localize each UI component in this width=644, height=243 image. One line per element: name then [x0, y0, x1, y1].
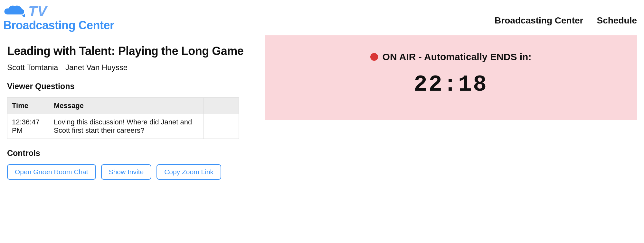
cloud-icon: [3, 4, 27, 18]
col-header-message: Message: [49, 98, 204, 114]
question-time: 12:36:47 PM: [7, 114, 49, 139]
question-message: Loving this discussion! Where did Janet …: [49, 114, 204, 139]
nav-schedule[interactable]: Schedule: [597, 15, 637, 26]
presenter-list: Scott Tomtania Janet Van Huysse: [7, 63, 245, 72]
question-action[interactable]: [204, 114, 239, 139]
table-row: 12:36:47 PM Loving this discussion! Wher…: [7, 114, 239, 139]
questions-table: Time Message 12:36:47 PM Loving this dis…: [7, 97, 239, 139]
session-title: Leading with Talent: Playing the Long Ga…: [7, 44, 245, 58]
logo-tv-text: TV: [28, 3, 47, 19]
logo-subtitle: Broadcasting Center: [3, 19, 114, 32]
col-header-action: [204, 98, 239, 114]
top-nav: Broadcasting Center Schedule: [495, 3, 637, 26]
presenter-name: Scott Tomtania: [7, 63, 58, 72]
logo: TV Broadcasting Center: [3, 3, 114, 32]
on-air-panel: ON AIR - Automatically ENDS in: 22:18: [265, 35, 637, 120]
on-air-status-label: ON AIR - Automatically ENDS in:: [383, 51, 532, 62]
countdown-timer: 22:18: [265, 72, 637, 97]
show-invite-button[interactable]: Show Invite: [101, 164, 152, 180]
copy-zoom-link-button[interactable]: Copy Zoom Link: [156, 164, 221, 180]
col-header-time: Time: [7, 98, 49, 114]
nav-broadcasting-center[interactable]: Broadcasting Center: [495, 15, 583, 26]
recording-dot-icon: [370, 53, 378, 61]
controls-heading: Controls: [7, 148, 245, 158]
open-green-room-button[interactable]: Open Green Room Chat: [7, 164, 96, 180]
viewer-questions-heading: Viewer Questions: [7, 82, 245, 91]
presenter-name: Janet Van Huysse: [65, 63, 128, 72]
